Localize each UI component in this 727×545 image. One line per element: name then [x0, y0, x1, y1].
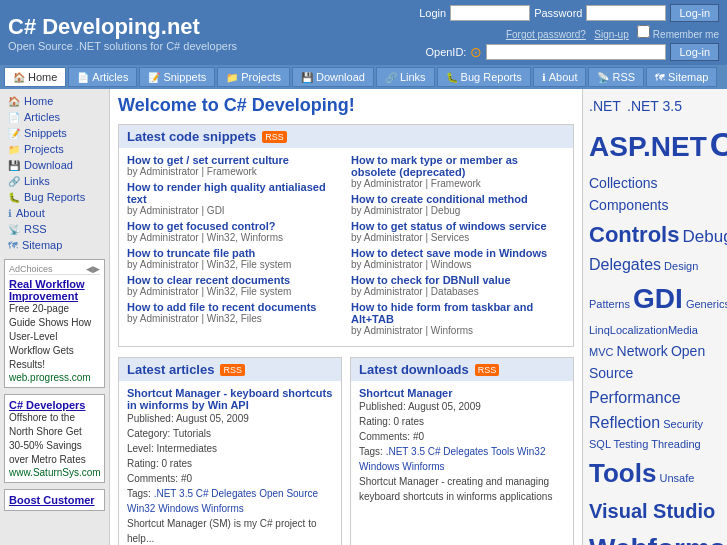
tag-link[interactable]: Winforms	[402, 461, 444, 472]
sidebar-item-links[interactable]: 🔗 Links	[4, 173, 105, 189]
snippet-link[interactable]: How to check for DBNull value	[351, 274, 511, 286]
login-button[interactable]: Log-in	[670, 4, 719, 22]
sidebar-item-about[interactable]: ℹ About	[4, 205, 105, 221]
sidebar-item-home[interactable]: 🏠 Home	[4, 93, 105, 109]
tag-visualstudio[interactable]: Visual Studio	[589, 500, 715, 522]
tag-design[interactable]: Design	[664, 260, 698, 272]
snippet-link[interactable]: How to truncate file path	[127, 247, 255, 259]
sidebar-item-sitemap[interactable]: 🗺 Sitemap	[4, 237, 105, 253]
tag-reflection[interactable]: Reflection	[589, 414, 660, 431]
tag-link[interactable]: Win32	[517, 446, 545, 457]
nav-item-about[interactable]: ℹ About	[533, 67, 587, 87]
snippet-link[interactable]: How to get focused control?	[127, 220, 276, 232]
snippet-link[interactable]: How to get status of windows service	[351, 220, 547, 232]
tag-collections[interactable]: Collections	[589, 175, 657, 191]
tag-testing[interactable]: Testing	[613, 438, 648, 450]
sidebar-item-bugreports[interactable]: 🐛 Bug Reports	[4, 189, 105, 205]
nav-item-bugreports[interactable]: 🐛 Bug Reports	[437, 67, 531, 87]
sidebar-articles-link[interactable]: Articles	[24, 111, 60, 123]
sidebar-rss-link[interactable]: RSS	[24, 223, 47, 235]
tag-link[interactable]: Tools	[491, 446, 514, 457]
ad-title-1[interactable]: Real Workflow Improvement	[9, 278, 100, 302]
tag-link[interactable]: C#	[428, 446, 441, 457]
tag-mvc[interactable]: MVC	[589, 346, 613, 358]
snippet-link[interactable]: How to add file to recent documents	[127, 301, 316, 313]
tag-open[interactable]: Open	[671, 343, 705, 359]
sidebar-sitemap-link[interactable]: Sitemap	[22, 239, 62, 251]
nav-item-projects[interactable]: 📁 Projects	[217, 67, 290, 87]
tag-tools[interactable]: Tools	[589, 458, 656, 488]
openid-button[interactable]: Log-in	[670, 43, 719, 61]
tag-aspnet[interactable]: ASP.NET	[589, 131, 707, 162]
sidebar-download-link[interactable]: Download	[24, 159, 73, 171]
tag-link[interactable]: Windows	[158, 503, 199, 514]
snippet-link[interactable]: How to detect save mode in Windows	[351, 247, 547, 259]
remember-checkbox[interactable]	[637, 25, 650, 38]
ad-title-3[interactable]: Boost Customer	[9, 494, 100, 506]
tag-delegates[interactable]: Delegates	[589, 256, 661, 273]
sidebar-snippets-link[interactable]: Snippets	[24, 127, 67, 139]
tag-debug[interactable]: Debug	[683, 227, 727, 246]
tag-link[interactable]: C#	[196, 488, 209, 499]
nav-item-articles[interactable]: 📄 Articles	[68, 67, 137, 87]
tag-gdi[interactable]: GDI	[633, 283, 683, 314]
download-link[interactable]: Shortcut Manager	[359, 387, 453, 399]
tag-source[interactable]: Source	[589, 365, 633, 381]
nav-item-rss[interactable]: 📡 RSS	[588, 67, 644, 87]
ad-arrows[interactable]: ◀▶	[86, 264, 100, 274]
snippet-link[interactable]: How to mark type or member as obsolete (…	[351, 154, 518, 178]
tag-unsafe[interactable]: Unsafe	[659, 472, 694, 484]
sidebar-item-download[interactable]: 💾 Download	[4, 157, 105, 173]
nav-item-snippets[interactable]: 📝 Snippets	[139, 67, 215, 87]
tag-link[interactable]: Delegates	[443, 446, 488, 457]
openid-input[interactable]	[486, 44, 666, 60]
tag-link[interactable]: Winforms	[202, 503, 244, 514]
password-input[interactable]	[586, 5, 666, 21]
login-input[interactable]	[450, 5, 530, 21]
sidebar-about-link[interactable]: About	[16, 207, 45, 219]
tag-security[interactable]: Security	[663, 418, 703, 430]
tag-sql[interactable]: SQL	[589, 438, 611, 450]
tag-link[interactable]: .NET 3.5	[154, 488, 193, 499]
tag-link[interactable]: .NET 3.5	[386, 446, 425, 457]
sidebar-home-link[interactable]: Home	[24, 95, 53, 107]
sidebar-projects-link[interactable]: Projects	[24, 143, 64, 155]
sidebar-item-articles[interactable]: 📄 Articles	[4, 109, 105, 125]
tag-dotnet[interactable]: .NET	[589, 98, 621, 114]
tag-webforms[interactable]: Webforms	[589, 533, 725, 545]
tag-threading[interactable]: Threading	[651, 438, 701, 450]
article-link[interactable]: Shortcut Manager - keyboard shortcuts in…	[127, 387, 332, 411]
sidebar-item-snippets[interactable]: 📝 Snippets	[4, 125, 105, 141]
snippet-link[interactable]: How to get / set current culture	[127, 154, 289, 166]
nav-item-links[interactable]: 🔗 Links	[376, 67, 435, 87]
tag-network[interactable]: Network	[617, 343, 668, 359]
sidebar-item-projects[interactable]: 📁 Projects	[4, 141, 105, 157]
tag-linq[interactable]: Linq	[589, 324, 610, 336]
tag-performance[interactable]: Performance	[589, 389, 681, 406]
sidebar-bug-link[interactable]: Bug Reports	[24, 191, 85, 203]
tag-controls[interactable]: Controls	[589, 222, 679, 247]
snippet-link[interactable]: How to render high quality antialiased t…	[127, 181, 326, 205]
nav-item-download[interactable]: 💾 Download	[292, 67, 374, 87]
tag-csharp[interactable]: C#	[710, 125, 727, 163]
nav-item-home[interactable]: 🏠 Home	[4, 67, 66, 87]
tag-generics[interactable]: Generics	[686, 298, 727, 310]
snippet-link[interactable]: How to create conditional method	[351, 193, 528, 205]
tag-link[interactable]: Win32	[127, 503, 155, 514]
sidebar-links-link[interactable]: Links	[24, 175, 50, 187]
forgot-link[interactable]: Forgot password?	[506, 29, 586, 40]
tag-dotnet35[interactable]: .NET 3.5	[627, 98, 682, 114]
tag-media[interactable]: Media	[668, 324, 698, 336]
snippet-link[interactable]: How to hide form from taskbar and Alt+TA…	[351, 301, 533, 325]
tag-link[interactable]: Windows	[359, 461, 400, 472]
tag-link[interactable]: Delegates	[211, 488, 256, 499]
snippet-link[interactable]: How to clear recent documents	[127, 274, 290, 286]
tag-link[interactable]: Open Source	[259, 488, 318, 499]
nav-item-sitemap[interactable]: 🗺 Sitemap	[646, 67, 717, 87]
ad-title-2[interactable]: C# Developers	[9, 399, 100, 411]
tag-components[interactable]: Components	[589, 197, 668, 213]
tag-patterns[interactable]: Patterns	[589, 298, 630, 310]
sidebar-item-rss[interactable]: 📡 RSS	[4, 221, 105, 237]
tag-localization[interactable]: Localization	[610, 324, 668, 336]
signup-link[interactable]: Sign-up	[594, 29, 628, 40]
